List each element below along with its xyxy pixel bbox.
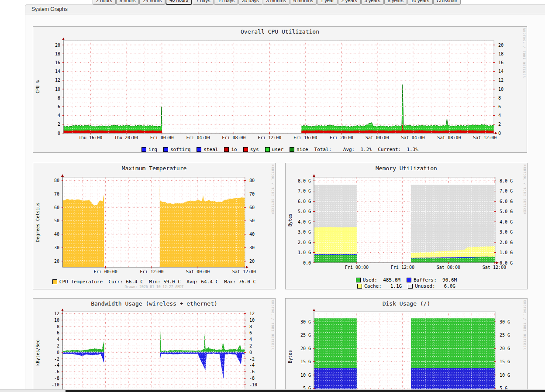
axis-tick-label: 14 — [498, 69, 504, 74]
legend-item: Unused: 6.0G — [408, 283, 455, 289]
chart-title: Overall CPU Utilization — [33, 27, 527, 36]
legend-item: steal — [197, 147, 218, 152]
axis-tick-label: Sat 00:00 — [437, 265, 460, 270]
axis-tick-label: -2 — [54, 357, 59, 361]
legend-label: sys — [250, 147, 259, 152]
axis-tick-label: Sat 08:00 — [437, 135, 461, 140]
axis-tick-label: Sat 04:00 — [401, 135, 425, 140]
axis-tick-label: Fri 08:00 — [222, 135, 245, 140]
axis-tick-label: 40 — [54, 232, 59, 237]
time-range-button-3-months[interactable]: 3 months — [263, 0, 290, 5]
axis-tick-label: 2 — [498, 122, 501, 127]
legend-item: irq — [141, 147, 157, 152]
legend-swatch — [265, 147, 270, 152]
y-axis-label: Bytes — [288, 213, 293, 227]
legend-swatch — [407, 278, 411, 282]
axis-tick-label: 1.0 G — [298, 250, 311, 255]
time-range-button-14-days[interactable]: 14 days — [214, 0, 238, 5]
horizontal-scrollbar-thumb[interactable] — [66, 390, 545, 392]
axis-tick-label: 4 — [58, 113, 60, 118]
axis-tick-label: 80 — [54, 178, 59, 183]
chart-legend: CPU Temperature Curr: 66.4 C Min: 59.0 C… — [33, 279, 275, 285]
axis-tick-label: 15 G — [300, 359, 311, 364]
axis-tick-label: 5.0 G — [500, 209, 513, 214]
rrdtool-watermark: RRDTOOL / TOBI OETIKER — [271, 165, 274, 215]
axis-tick-label: 0.0 — [303, 261, 311, 265]
axis-tick-label: 4 — [498, 113, 501, 118]
legend-label: nice — [297, 147, 308, 152]
legend-swatch — [408, 284, 413, 289]
time-range-button-1-year[interactable]: 1 year — [317, 0, 338, 5]
time-range-button-30-days[interactable]: 30 days — [238, 0, 262, 5]
axis-tick-label: Sat 12:00 — [232, 269, 256, 274]
axis-tick-label: 10 G — [500, 373, 510, 378]
axis-tick-label: 12 — [249, 311, 255, 316]
time-range-button-6-months[interactable]: 6 months — [290, 0, 317, 5]
axis-tick-label: Fri 20:00 — [330, 135, 353, 140]
axis-tick-label: 4 — [57, 337, 59, 342]
axis-tick-label: 30 G — [500, 320, 510, 324]
time-range-toolbar: 2 hours8 hours24 hours48 hours7 days14 d… — [93, 0, 461, 5]
page-header: System Graphs — [25, 4, 545, 14]
axis-tick-label: Fri 00:00 — [150, 135, 174, 140]
legend-label: Buffers: 90.6M — [414, 277, 457, 283]
legend-swatch — [163, 147, 168, 152]
axis-tick-label: -6 — [249, 369, 255, 374]
axis-tick-label: 6 — [249, 330, 252, 335]
axis-tick-label: 6 — [498, 104, 501, 109]
axis-tick-label: -4 — [54, 363, 59, 368]
axis-tick-label: 20 G — [500, 346, 510, 351]
legend-item: Total: Avg: 1.2% Current: 1.3% — [314, 147, 418, 152]
axis-tick-label: 2.0 G — [500, 240, 513, 245]
axis-tick-label: 15 G — [500, 359, 510, 364]
time-range-button-2-years[interactable]: 2 years — [338, 0, 361, 5]
legend-swatch — [290, 147, 294, 152]
axis-tick-label: 0 — [498, 131, 501, 136]
axis-tick-label: 3.0 G — [298, 230, 311, 234]
chart-title: Maximum Temperature — [33, 163, 275, 173]
axis-tick-label: 10 — [249, 318, 255, 323]
axis-tick-label: -10 — [249, 382, 257, 387]
axis-tick-label: 5.0 G — [298, 209, 311, 214]
drawn-timestamp: Drawn: 2026-01-10 12:27 AEDT — [33, 285, 275, 289]
memory-graph-panel: Memory Utilization0.00.0 G1.0 G1.0 G2.0 … — [285, 163, 528, 289]
legend-label: Total: Avg: 1.2% Current: 1.3% — [314, 147, 418, 152]
axis-tick-label: 10 — [498, 87, 504, 92]
time-range-button-10-years[interactable]: 10 years — [407, 0, 433, 5]
axis-tick-label: 2 — [58, 122, 60, 127]
time-range-button-24-hours[interactable]: 24 hours — [139, 0, 165, 5]
axis-tick-label: 2 — [57, 344, 59, 348]
legend-swatch — [52, 279, 57, 284]
axis-tick-label: 70 — [54, 192, 59, 196]
time-range-button-2-hours[interactable]: 2 hours — [93, 0, 116, 5]
axis-tick-label: 6.0 G — [298, 199, 311, 204]
axis-tick-label: 0 — [57, 350, 59, 355]
axis-tick-label: 10 — [54, 318, 59, 323]
axis-tick-label: Fri 12:00 — [258, 135, 281, 140]
axis-tick-label: 20 G — [300, 346, 311, 351]
axis-tick-label: Fri 00:00 — [94, 269, 117, 274]
axis-tick-label: -6 — [54, 369, 59, 374]
time-range-button-7-days[interactable]: 7 days — [193, 0, 214, 5]
rrdtool-watermark: RRDTOOL / TOBI OETIKER — [522, 28, 526, 78]
legend-item: Cache: 1.1G — [357, 283, 402, 289]
time-range-button-crosshair[interactable]: Crosshair — [433, 0, 461, 5]
legend-swatch — [356, 278, 361, 282]
time-range-button-8-hours[interactable]: 8 hours — [116, 0, 139, 5]
time-range-button-5-years[interactable]: 5 years — [384, 0, 407, 5]
legend-label: user — [272, 147, 284, 152]
axis-tick-label: 14 — [55, 69, 60, 74]
axis-tick-label: 2 — [249, 344, 252, 348]
axis-tick-label: 7.0 G — [500, 189, 513, 193]
axis-tick-label: 16 — [55, 60, 60, 65]
time-range-button-3-years[interactable]: 3 years — [361, 0, 384, 5]
axis-tick-label: 10 G — [300, 373, 311, 378]
time-range-button-48-hours[interactable]: 48 hours — [166, 0, 192, 5]
legend-item: io — [224, 147, 237, 152]
legend-item: Used: 485.6M — [356, 277, 400, 283]
axis-tick-label: Sat 00:00 — [366, 135, 389, 140]
legend-item: Buffers: 90.6M — [407, 277, 457, 283]
chart-title: Bandwidth Usage (wireless + ethernet) — [33, 299, 275, 308]
horizontal-scrollbar[interactable] — [0, 389, 545, 392]
axis-tick-label: 0 — [249, 350, 252, 355]
